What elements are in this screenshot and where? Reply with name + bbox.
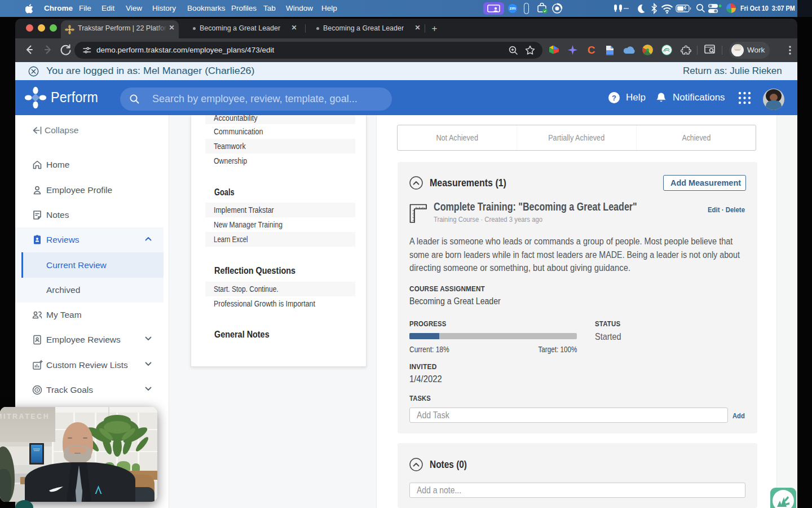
svg-text:?: ? xyxy=(612,94,616,102)
